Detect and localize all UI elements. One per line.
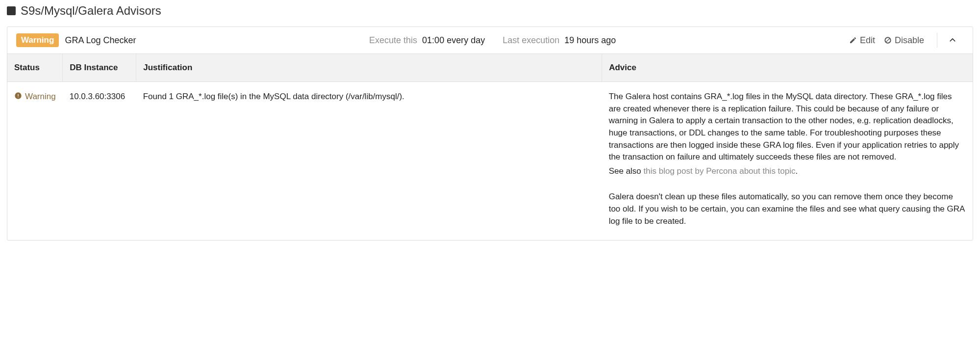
- last-exec-value: 19 hours ago: [564, 35, 616, 46]
- disable-label: Disable: [895, 35, 924, 46]
- col-advice: Advice: [602, 54, 973, 82]
- row-instance: 10.0.3.60:3306: [63, 82, 136, 241]
- table-header-row: Status DB Instance Justification Advice: [7, 54, 973, 82]
- advisor-name: GRA Log Checker: [65, 35, 136, 46]
- see-also-prefix: See also: [609, 166, 644, 176]
- status-badge: Warning: [16, 33, 59, 47]
- warning-icon: [14, 92, 22, 100]
- row-justification: Found 1 GRA_*.log file(s) in the MySQL d…: [136, 82, 602, 241]
- chevron-up-icon: [948, 36, 957, 45]
- advisor-table: Status DB Instance Justification Advice …: [7, 54, 973, 240]
- advisor-panel: Warning GRA Log Checker Execute this 01:…: [7, 27, 973, 241]
- edit-icon: [849, 36, 857, 44]
- last-exec-label: Last execution: [503, 35, 559, 46]
- collapse-toggle[interactable]: [937, 33, 964, 48]
- status-cell: Warning: [14, 91, 56, 103]
- row-status: Warning: [25, 91, 56, 103]
- advice-para-2: Galera doesn't clean up these files auto…: [609, 191, 966, 227]
- table-row: Warning 10.0.3.60:3306 Found 1 GRA_*.log…: [7, 82, 973, 241]
- disable-icon: [884, 36, 892, 44]
- row-advice: The Galera host contains GRA_*.log files…: [602, 82, 973, 241]
- percona-link[interactable]: this blog post by Percona about this top…: [644, 166, 796, 176]
- edit-button[interactable]: Edit: [849, 35, 875, 46]
- page-title: S9s/Mysql/Galera Advisors: [7, 4, 974, 18]
- page-title-text: S9s/Mysql/Galera Advisors: [21, 4, 161, 18]
- col-justification: Justification: [136, 54, 602, 82]
- execute-value: 01:00 every day: [422, 35, 485, 46]
- advice-para-1: The Galera host contains GRA_*.log files…: [609, 91, 966, 163]
- col-status: Status: [7, 54, 63, 82]
- edit-label: Edit: [860, 35, 875, 46]
- disable-button[interactable]: Disable: [884, 35, 924, 46]
- stop-icon: [7, 6, 16, 15]
- col-instance: DB Instance: [63, 54, 136, 82]
- advisor-header: Warning GRA Log Checker Execute this 01:…: [7, 27, 973, 54]
- advice-see-also: See also this blog post by Percona about…: [609, 165, 966, 178]
- execute-label: Execute this: [369, 35, 417, 46]
- schedule-info: Execute this 01:00 every day Last execut…: [369, 35, 616, 46]
